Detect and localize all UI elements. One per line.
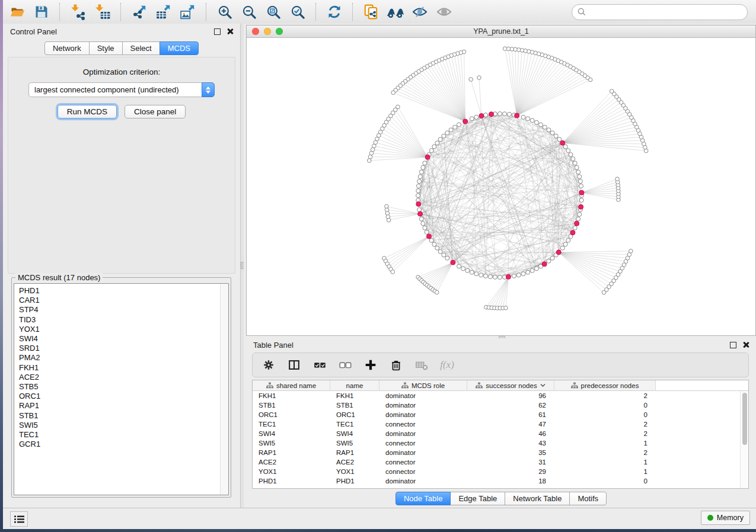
node-table-body: FKH1FKH1dominator962STB1STB1dominator620…	[253, 391, 748, 486]
cell-MCDS-role: connector	[379, 457, 467, 467]
table-row[interactable]: TEC1TEC1connector472	[253, 419, 748, 429]
table-row[interactable]: STB1STB1dominator620	[253, 400, 748, 410]
mcds-result-title: MCDS result (17 nodes)	[15, 273, 103, 282]
result-node[interactable]: YOX1	[14, 325, 228, 334]
export-network-icon[interactable]	[130, 3, 149, 21]
toolbar-separator	[315, 3, 317, 21]
table-row[interactable]: ORC1ORC1dominator610	[253, 410, 748, 419]
zoom-fit-icon[interactable]	[264, 3, 283, 21]
cell-shared-name: SWI4	[253, 429, 330, 438]
open-session-icon[interactable]	[8, 3, 27, 21]
result-node[interactable]: PMA2	[14, 353, 228, 363]
save-session-icon[interactable]	[32, 3, 51, 21]
tab-select[interactable]: Select	[122, 41, 160, 55]
delete-selected-icon[interactable]	[388, 357, 404, 373]
node-table[interactable]: shared namenameMCDS rolesuccessor nodesp…	[252, 380, 749, 489]
result-node[interactable]: SRD1	[14, 344, 228, 353]
cell-name: RAP1	[330, 448, 379, 457]
close-panel-icon[interactable]	[227, 28, 233, 35]
result-list-scrollbar[interactable]	[220, 284, 228, 495]
search-network-icon[interactable]	[386, 3, 405, 21]
column-header-shared-name[interactable]: shared name	[253, 380, 330, 391]
result-node[interactable]: SWI4	[14, 334, 228, 344]
cell-shared-name: RAP1	[253, 448, 330, 457]
tab-network-table[interactable]: Network Table	[505, 492, 570, 505]
search-input[interactable]	[589, 6, 741, 18]
table-scrollbar-thumb[interactable]	[742, 393, 747, 445]
table-row[interactable]: ACE2ACE2connector311	[253, 457, 748, 467]
float-table-panel-icon[interactable]	[730, 342, 736, 348]
refresh-view-icon[interactable]	[325, 3, 344, 21]
add-column-icon[interactable]	[363, 357, 378, 373]
import-table-icon[interactable]	[93, 3, 112, 21]
column-header-predecessor-nodes[interactable]: predecessor nodes	[554, 380, 656, 391]
run-mcds-button[interactable]: Run MCDS	[58, 105, 117, 118]
cell-predecessor-nodes: 2	[554, 391, 656, 400]
task-history-button[interactable]	[10, 511, 28, 527]
split-table-view-icon[interactable]	[286, 357, 302, 373]
table-row[interactable]: YOX1YOX1connector291	[253, 467, 748, 476]
column-header-MCDS-role[interactable]: MCDS role	[379, 380, 467, 391]
result-node[interactable]: ACE2	[14, 373, 228, 382]
tab-mcds[interactable]: MCDS	[160, 41, 199, 55]
table-row[interactable]: SWI5SWI5connector431	[253, 438, 748, 448]
close-table-panel-icon[interactable]	[742, 342, 749, 348]
cell-predecessor-nodes: 2	[554, 429, 656, 438]
tab-edge-table[interactable]: Edge Table	[450, 492, 505, 505]
select-all-rows-icon[interactable]	[312, 357, 327, 373]
export-table-icon[interactable]	[154, 3, 173, 21]
result-node[interactable]: SWI5	[14, 421, 228, 430]
zoom-out-icon[interactable]	[240, 3, 259, 21]
cell-MCDS-role: dominator	[379, 400, 467, 410]
table-scrollbar[interactable]	[740, 391, 748, 488]
table-settings-icon[interactable]	[261, 357, 276, 373]
cell-shared-name: ORC1	[253, 410, 330, 419]
memory-button[interactable]: Memory	[701, 511, 750, 525]
optimization-criterion-select[interactable]: largest connected component (undirected)	[28, 82, 215, 97]
network-view-window: YPA_prune.txt_1	[246, 25, 756, 336]
cell-predecessor-nodes: 0	[554, 400, 656, 410]
clone-network-icon[interactable]	[362, 3, 381, 21]
control-panel: Control Panel NetworkStyleSelectMCDS Opt…	[3, 24, 240, 508]
result-node[interactable]: STB1	[14, 411, 228, 421]
zoom-in-icon[interactable]	[215, 3, 234, 21]
global-search-field[interactable]	[572, 4, 748, 20]
select-stepper-icon	[202, 82, 215, 97]
result-node[interactable]: STP4	[14, 305, 228, 315]
column-header-name[interactable]: name	[330, 380, 379, 391]
deselect-all-rows-icon[interactable]	[337, 357, 353, 373]
result-node[interactable]: CAR1	[14, 296, 228, 305]
result-node[interactable]: TID3	[14, 315, 228, 325]
mcds-result-list[interactable]: PHD1CAR1STP4TID3YOX1SWI4SRD1PMA2FKH1ACE2…	[14, 283, 229, 495]
result-node[interactable]: GCR1	[14, 440, 228, 449]
table-row[interactable]: FKH1FKH1dominator962	[253, 391, 748, 400]
network-window-titlebar[interactable]: YPA_prune.txt_1	[247, 25, 755, 38]
tab-style[interactable]: Style	[89, 41, 123, 55]
close-panel-button[interactable]: Close panel	[125, 105, 186, 118]
table-row[interactable]: RAP1RAP1dominator352	[253, 448, 748, 457]
result-node[interactable]: STB5	[14, 382, 228, 392]
result-node[interactable]: ORC1	[14, 392, 228, 401]
column-header-successor-nodes[interactable]: successor nodes	[467, 380, 554, 391]
zoom-selected-icon[interactable]	[288, 3, 307, 21]
tab-node-table[interactable]: Node Table	[395, 492, 451, 505]
show-graphics-details-icon[interactable]	[435, 3, 454, 21]
tree-icon	[476, 382, 483, 389]
tab-motifs[interactable]: Motifs	[569, 492, 607, 505]
network-canvas[interactable]	[247, 38, 755, 335]
result-node[interactable]: FKH1	[14, 363, 228, 373]
table-row[interactable]: SWI4SWI4dominator462	[253, 429, 748, 438]
float-panel-icon[interactable]	[214, 28, 221, 35]
hide-graphics-details-icon[interactable]	[410, 3, 429, 21]
cytoscape-window: Control Panel NetworkStyleSelectMCDS Opt…	[3, 0, 756, 529]
cell-shared-name: ACE2	[253, 457, 330, 467]
result-node[interactable]: TEC1	[14, 430, 228, 440]
tab-network[interactable]: Network	[44, 41, 90, 55]
result-node[interactable]: RAP1	[14, 401, 228, 411]
export-image-icon[interactable]	[178, 3, 197, 21]
mcds-result-group: MCDS result (17 nodes) PHD1CAR1STP4TID3Y…	[11, 277, 231, 498]
result-node[interactable]: PHD1	[14, 286, 228, 296]
cell-MCDS-role: dominator	[379, 429, 467, 438]
import-network-icon[interactable]	[69, 3, 88, 21]
table-row[interactable]: PHD1PHD1dominator180	[253, 476, 748, 486]
